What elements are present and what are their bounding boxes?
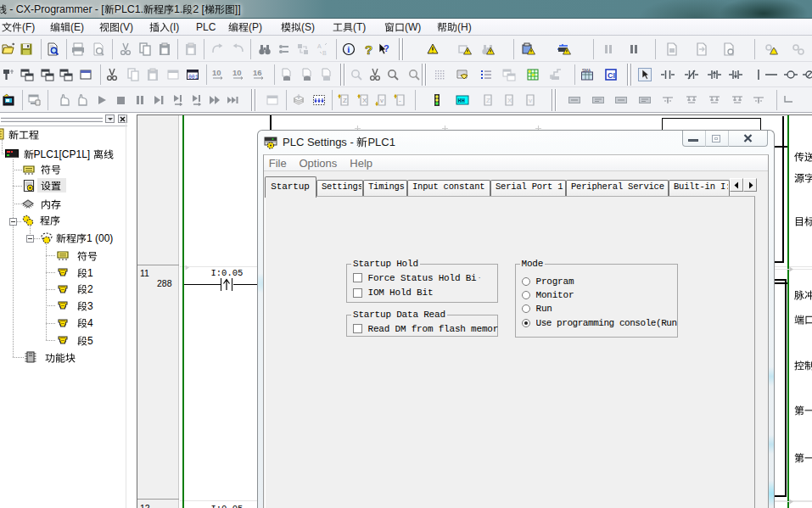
svg-text:10: 10 <box>232 68 242 77</box>
svg-text:?: ? <box>384 43 389 53</box>
svg-text:SMA: SMA <box>582 69 591 73</box>
svg-text:v: v <box>529 97 532 104</box>
svg-text:10: 10 <box>212 68 221 77</box>
svg-text:-: - <box>399 97 401 104</box>
svg-text:16: 16 <box>253 68 262 77</box>
svg-text:i: i <box>347 44 350 54</box>
svg-text:Z: Z <box>343 97 347 104</box>
svg-text:v: v <box>380 97 384 104</box>
svg-text:?: ? <box>365 42 372 56</box>
svg-text:Z: Z <box>486 97 490 104</box>
svg-text:001: 001 <box>188 75 199 81</box>
svg-text:HH: HH <box>458 98 465 104</box>
svg-text:B: B <box>322 50 327 56</box>
svg-text:A: A <box>317 43 322 49</box>
svg-text:X: X <box>362 97 367 104</box>
svg-text:CI: CI <box>608 71 615 80</box>
svg-text:X: X <box>507 97 512 104</box>
